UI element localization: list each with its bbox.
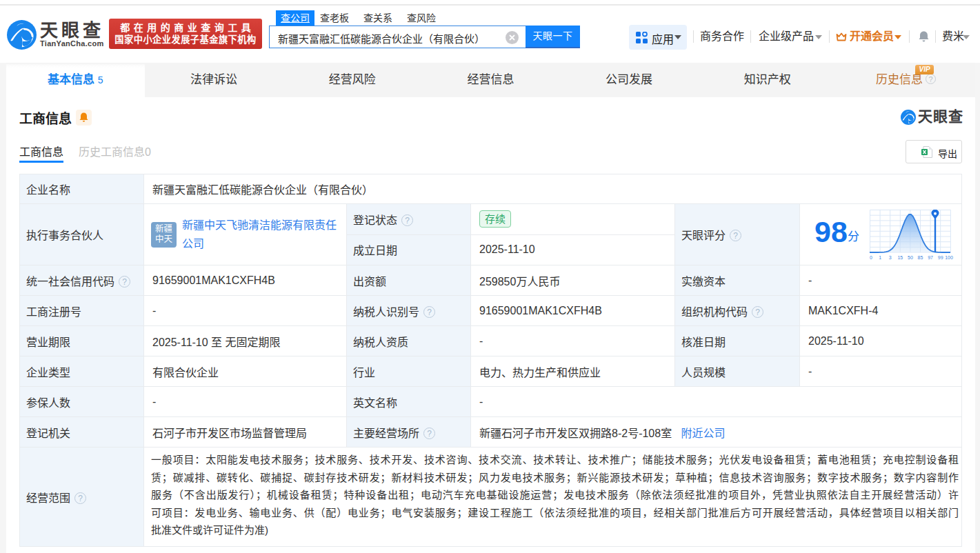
svg-text:15: 15: [897, 255, 903, 260]
svg-text:100: 100: [945, 255, 953, 260]
svg-text:0: 0: [870, 255, 872, 260]
svg-text:99: 99: [938, 255, 943, 260]
svg-text:3: 3: [889, 255, 892, 260]
svg-text:1: 1: [879, 255, 881, 260]
svg-text:50: 50: [908, 255, 913, 260]
svg-text:97: 97: [928, 255, 933, 260]
svg-text:85: 85: [918, 255, 923, 260]
